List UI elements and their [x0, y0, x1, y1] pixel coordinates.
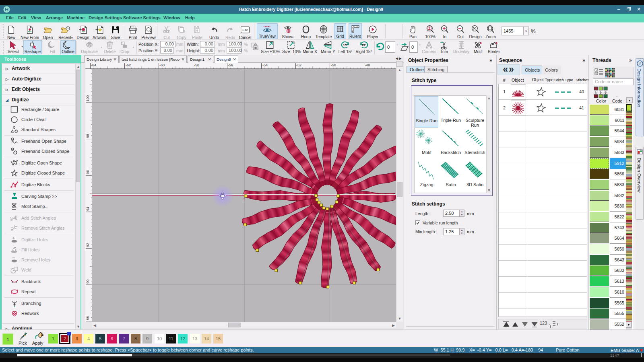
- svg-text:-62: -62: [126, 63, 131, 67]
- svg-text:Esc: Esc: [242, 28, 248, 32]
- svg-text:-58: -58: [194, 63, 199, 67]
- svg-text:15°: 15°: [361, 43, 366, 47]
- svg-text:-54: -54: [262, 63, 268, 67]
- svg-text:-50: -50: [331, 63, 336, 67]
- svg-text:-60: -60: [159, 63, 165, 67]
- svg-text:90: 90: [86, 280, 90, 284]
- svg-text:94: 94: [86, 207, 90, 211]
- svg-text:-52: -52: [296, 63, 301, 67]
- svg-text:15°: 15°: [343, 43, 348, 47]
- svg-text:-64: -64: [91, 63, 96, 67]
- svg-text:98: 98: [86, 134, 90, 138]
- svg-text:i: i: [640, 62, 641, 66]
- svg-text:100: 100: [86, 95, 90, 101]
- svg-text:-56: -56: [228, 63, 233, 67]
- svg-text:88: 88: [86, 316, 90, 320]
- svg-text:92: 92: [86, 243, 90, 247]
- svg-text:-48: -48: [365, 63, 370, 67]
- svg-text:96: 96: [86, 170, 90, 174]
